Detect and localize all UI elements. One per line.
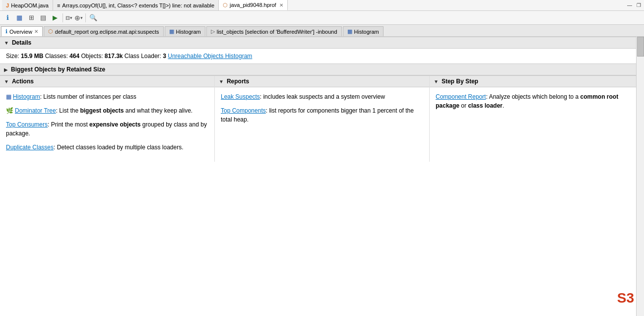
dominator-tree-icon: 🌿 (6, 107, 13, 114)
separator-2 (85, 13, 86, 22)
tab-histogram2-icon: ▦ (347, 28, 352, 35)
histogram-desc: : Lists number of instances per class (40, 93, 136, 100)
component-report-desc1: : Analyze objects which belong to a (486, 93, 580, 100)
restore-button[interactable]: ❐ (635, 2, 642, 9)
details-section-header[interactable]: ▼ Details (0, 37, 644, 49)
dominator-item: 🌿Dominator Tree: List the biggest object… (6, 106, 208, 115)
tab-histogram-2[interactable]: ▦ Histogram (343, 26, 384, 36)
dropdown2-arrow: ▾ (80, 15, 83, 20)
title-bar-controls: — ❐ (626, 2, 642, 9)
title-tab-hprof[interactable]: ⬡ java_pid9048.hprof ✕ (219, 0, 288, 10)
heapoom-icon: J (6, 2, 9, 8)
duplicate-classes-item: Duplicate Classes: Detect classes loaded… (6, 143, 208, 152)
arrays-label: Arrays.copyOf(U[], int, Class<? extends … (62, 2, 214, 8)
top-consumers-bold: expensive objects (89, 121, 140, 128)
actions-arrow: ▼ (4, 79, 9, 84)
toolbar: ℹ ▦ ⊞ ▤ ▶ ⧈ ▾ ⊕ ▾ 🔍 (0, 11, 644, 25)
stepbystep-header: ▼ Step By Step (430, 76, 644, 87)
leak-suspects-desc: : includes leak suspects and a system ov… (260, 93, 385, 100)
dominator-desc2: and what they keep alive. (124, 107, 193, 114)
grid-icon: ⊞ (29, 14, 34, 21)
reports-column: ▼ Reports Leak Suspects: includes leak s… (215, 76, 430, 162)
watermark: S3 (617, 290, 634, 306)
table-button[interactable]: ▤ (38, 12, 49, 23)
top-components-link[interactable]: Top Components (221, 107, 266, 114)
reports-arrow: ▼ (219, 79, 224, 84)
info-icon: ℹ (6, 14, 9, 21)
reports-content: Leak Suspects: includes leak suspects an… (215, 87, 429, 134)
leak-suspects-link[interactable]: Leak Suspects (221, 93, 260, 100)
tab-report-icon: ⬡ (48, 28, 53, 35)
histogram-item: ▦Histogram: Lists number of instances pe… (6, 92, 208, 101)
component-report-link[interactable]: Component Report (436, 93, 486, 100)
top-consumers-desc1: : Print the most (48, 121, 89, 128)
details-classloader-value: 3 (163, 53, 166, 60)
component-report-end: . (503, 102, 504, 109)
scroll-thumb[interactable] (637, 37, 644, 57)
dominator-link[interactable]: Dominator Tree (15, 107, 56, 114)
tab-overview-close[interactable]: ✕ (34, 29, 38, 34)
top-consumers-link[interactable]: Top Consumers (6, 121, 48, 128)
chart-button[interactable]: ▦ (14, 12, 25, 23)
title-bar-tabs: J HeapOOM.java ≡ Arrays.copyOf(U[], int,… (2, 0, 288, 10)
separator-1 (63, 13, 63, 22)
main-content: ▼ Details Size: 15.9 MB Classes: 464 Obj… (0, 37, 644, 316)
tab-listobjects-icon: ▷ (211, 28, 215, 35)
details-classes-label: Classes: (45, 53, 69, 60)
details-size-label: Size: (6, 53, 21, 60)
tab-overview[interactable]: ℹ Overview ✕ (1, 26, 43, 36)
minimize-button[interactable]: — (626, 2, 633, 9)
dropdown2-icon: ⊕ (74, 14, 80, 22)
actions-header: ▼ Actions (0, 76, 214, 87)
dropdown-1[interactable]: ⧈ ▾ (65, 12, 73, 23)
stepbystep-arrow: ▼ (434, 79, 439, 84)
top-components-item: Top Components: list reports for compone… (221, 106, 423, 124)
duplicate-classes-desc: : Detect classes loaded by multiple clas… (54, 144, 183, 151)
tab-histogram1-label: Histogram (176, 29, 201, 35)
biggest-objects-arrow: ▶ (4, 67, 8, 72)
details-collapse-arrow: ▼ (4, 40, 9, 46)
dominator-bold: biggest objects (80, 107, 124, 114)
dominator-desc1: : List the (56, 107, 80, 114)
tab-histogram-1[interactable]: ▦ Histogram (165, 26, 205, 36)
top-consumers-item: Top Consumers: Print the most expensive … (6, 120, 208, 138)
title-tab-heapoom[interactable]: J HeapOOM.java (2, 0, 53, 10)
heapoom-label: HeapOOM.java (11, 2, 49, 8)
dropdown-2[interactable]: ⊕ ▾ (74, 12, 83, 23)
title-tab-arrays[interactable]: ≡ Arrays.copyOf(U[], int, Class<? extend… (53, 0, 219, 10)
stepbystep-title: Step By Step (442, 78, 478, 85)
step-by-step-column: ▼ Step By Step Component Report: Analyze… (430, 76, 644, 162)
tab-default-report[interactable]: ⬡ default_report org.eclipse.mat.api:sus… (44, 26, 164, 36)
duplicate-classes-link[interactable]: Duplicate Classes (6, 144, 54, 151)
tab-histogram2-label: Histogram (354, 29, 379, 35)
scrollbar[interactable] (636, 37, 644, 316)
actions-content: ▦Histogram: Lists number of instances pe… (0, 87, 214, 162)
hprof-close-icon[interactable]: ✕ (279, 2, 283, 8)
grid-button[interactable]: ⊞ (26, 12, 37, 23)
actions-column: ▼ Actions ▦Histogram: Lists number of in… (0, 76, 215, 162)
dropdown1-arrow: ▾ (70, 15, 72, 20)
biggest-objects-header[interactable]: ▶ Biggest Objects by Retained Size (0, 63, 644, 75)
unreachable-objects-link[interactable]: Unreachable Objects Histogram (168, 53, 252, 60)
tab-list-objects[interactable]: ▷ list_objects [selection of 'BufferedWr… (206, 26, 342, 36)
histogram-link[interactable]: Histogram (13, 93, 40, 100)
tab-listobjects-label: list_objects [selection of 'BufferedWrit… (217, 29, 337, 35)
run-icon: ▶ (53, 14, 58, 21)
search-button[interactable]: 🔍 (88, 12, 99, 23)
chart-icon: ▦ (16, 14, 22, 21)
hprof-icon: ⬡ (223, 2, 228, 8)
reports-title: Reports (227, 78, 249, 85)
run-button[interactable]: ▶ (50, 12, 61, 23)
three-columns: ▼ Actions ▦Histogram: Lists number of in… (0, 75, 644, 162)
details-content: Size: 15.9 MB Classes: 464 Objects: 817.… (0, 49, 644, 63)
title-bar: J HeapOOM.java ≡ Arrays.copyOf(U[], int,… (0, 0, 644, 11)
actions-title: Actions (12, 78, 34, 85)
info-button[interactable]: ℹ (2, 12, 13, 23)
tab-bar: ℹ Overview ✕ ⬡ default_report org.eclips… (0, 25, 644, 37)
component-report-bold2: class loader (468, 102, 502, 109)
biggest-objects-title: Biggest Objects by Retained Size (11, 66, 105, 73)
details-section-title: Details (12, 39, 31, 46)
component-report-item: Component Report: Analyze objects which … (436, 92, 638, 110)
hprof-label: java_pid9048.hprof (230, 2, 276, 8)
tab-overview-label: Overview (9, 29, 32, 35)
